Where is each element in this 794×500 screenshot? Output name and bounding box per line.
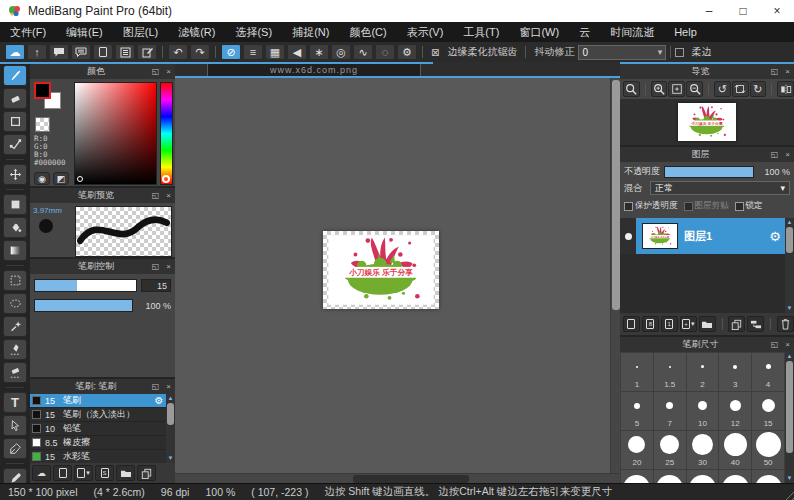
transparent-color-swatch[interactable] <box>35 117 50 132</box>
figure-tool[interactable] <box>3 111 27 132</box>
document-button[interactable] <box>93 44 113 60</box>
canvas-document[interactable] <box>323 231 439 309</box>
size-cell-extra[interactable] <box>654 470 686 483</box>
popout-icon[interactable]: ◱ <box>149 382 162 391</box>
layer-name[interactable]: 图层1 <box>684 229 765 244</box>
size-cell-50[interactable]: 50 <box>752 431 784 469</box>
close-icon[interactable]: × <box>781 150 794 159</box>
maximize-button[interactable]: □ <box>726 0 760 22</box>
scroll-up-icon[interactable]: ▲ <box>787 352 793 361</box>
scroll-down-icon[interactable]: ▼ <box>787 474 793 483</box>
magic-wand-tool[interactable] <box>3 316 27 337</box>
gear-icon[interactable]: ⚙ <box>765 229 785 244</box>
document-settings-button[interactable] <box>115 44 135 60</box>
scrollbar-thumb[interactable] <box>612 80 620 310</box>
new-layer-button[interactable] <box>623 316 640 332</box>
new-brush-button[interactable] <box>53 465 72 481</box>
brush-folder-button[interactable] <box>116 465 135 481</box>
snap-settings-button[interactable]: ⚙ <box>397 44 417 60</box>
duplicate-brush-button[interactable] <box>137 465 156 481</box>
figure-fill-tool[interactable] <box>3 194 27 215</box>
menu-snap[interactable]: 捕捉(N) <box>282 22 339 42</box>
scroll-down-icon[interactable]: ▼ <box>787 304 793 313</box>
rotate-ccw-button[interactable]: ↺ <box>714 81 731 97</box>
popout-icon[interactable]: ◱ <box>149 67 162 76</box>
size-cell-extra[interactable] <box>621 470 653 483</box>
size-cell-1[interactable]: 1 <box>621 353 653 391</box>
close-icon[interactable]: × <box>781 340 794 349</box>
size-cell-40[interactable]: 40 <box>719 431 751 469</box>
menu-timelapse[interactable]: 时间流逝 <box>600 22 664 42</box>
brush-item-watercolor[interactable]: 15 水彩笔 <box>30 450 166 463</box>
cloud-brush-button[interactable]: ☁ <box>32 465 51 481</box>
layer-row-1[interactable]: 图层1 ⚙ <box>620 218 785 254</box>
menu-edit[interactable]: 编辑(E) <box>56 22 113 42</box>
close-icon[interactable]: × <box>162 262 175 271</box>
lasso-tool[interactable] <box>3 293 27 314</box>
size-cell-10[interactable]: 10 <box>687 392 719 430</box>
text-tool[interactable]: T <box>3 392 27 413</box>
menu-view[interactable]: 表示(V) <box>397 22 454 42</box>
snap-circle-button[interactable]: ◎ <box>331 44 351 60</box>
merge-layer-button[interactable] <box>747 316 764 332</box>
close-icon[interactable]: × <box>162 67 175 76</box>
new-brush-menu-button[interactable]: ▾ <box>74 465 93 481</box>
size-cell-3[interactable]: 3 <box>719 353 751 391</box>
scroll-up-icon[interactable]: ▲ <box>787 218 793 227</box>
canvas-viewport[interactable] <box>175 78 610 473</box>
brush-item-pencil[interactable]: 10 铅笔 <box>30 422 166 436</box>
scrollbar-thumb[interactable] <box>786 227 793 253</box>
bucket-tool[interactable] <box>3 217 27 238</box>
close-button[interactable]: × <box>760 0 794 22</box>
popout-icon[interactable]: ◱ <box>149 262 162 271</box>
sv-cursor[interactable] <box>77 176 83 182</box>
protect-alpha-checkbox[interactable]: 保护透明度 <box>624 200 678 212</box>
saturation-value-picker[interactable] <box>74 82 157 185</box>
menu-layer[interactable]: 图层(L) <box>113 22 168 42</box>
clipping-checkbox[interactable]: 图层剪贴 <box>684 200 729 212</box>
size-cell-extra[interactable] <box>719 470 751 483</box>
canvas-vertical-scrollbar[interactable] <box>610 78 620 473</box>
menu-select[interactable]: 选择(S) <box>225 22 282 42</box>
scroll-up-icon[interactable]: ▲ <box>168 394 174 403</box>
navigator-viewport[interactable] <box>620 99 794 145</box>
size-cell-2[interactable]: 2 <box>687 353 719 391</box>
brush-size-scrollbar[interactable]: ▲ ▼ <box>785 352 794 483</box>
brush-tool[interactable] <box>3 65 27 86</box>
menu-help[interactable]: Help <box>664 22 707 42</box>
palette-edit-button[interactable]: ◩ <box>53 172 69 185</box>
undo-button[interactable]: ↶ <box>168 44 188 60</box>
reset-rotation-button[interactable] <box>732 81 749 97</box>
snap-radial-button[interactable]: ∗ <box>309 44 329 60</box>
rotate-cw-button[interactable]: ↻ <box>750 81 767 97</box>
zoom-in-button[interactable] <box>651 81 668 97</box>
size-cell-extra[interactable] <box>687 470 719 483</box>
add-layer-menu-button[interactable]: +▾ <box>680 316 697 332</box>
foreground-color-swatch[interactable] <box>34 82 51 99</box>
size-cell-7[interactable]: 7 <box>654 392 686 430</box>
close-icon[interactable]: × <box>162 382 175 391</box>
hue-cursor[interactable] <box>162 175 170 183</box>
move-tool[interactable] <box>3 164 27 185</box>
size-cell-25[interactable]: 25 <box>654 431 686 469</box>
scrollbar-thumb[interactable] <box>353 475 469 483</box>
cloud-sync-button[interactable]: ☁ <box>5 44 25 60</box>
size-cell-extra[interactable] <box>752 470 784 483</box>
popout-icon[interactable]: ◱ <box>149 191 162 200</box>
new-8bit-layer-button[interactable]: 8 <box>642 316 659 332</box>
size-cell-15[interactable]: 15 <box>752 392 784 430</box>
zoom-reset-button[interactable] <box>623 81 640 97</box>
snap-vanishing-button[interactable]: ◀ <box>287 44 307 60</box>
comment-button[interactable] <box>49 44 69 60</box>
operation-tool[interactable] <box>3 415 27 436</box>
size-cell-5[interactable]: 5 <box>621 392 653 430</box>
gear-icon[interactable]: ⚙ <box>152 395 166 406</box>
hue-slider[interactable] <box>160 82 173 185</box>
document-tab[interactable]: www.x6d.com.png <box>207 62 421 76</box>
size-cell-20[interactable]: 20 <box>621 431 653 469</box>
select-eraser-tool[interactable] <box>3 362 27 383</box>
size-cell-12[interactable]: 12 <box>719 392 751 430</box>
canvas-horizontal-scrollbar[interactable] <box>175 473 620 483</box>
eraser-tool[interactable] <box>3 88 27 109</box>
snap-grid-button[interactable]: ▦ <box>265 44 285 60</box>
